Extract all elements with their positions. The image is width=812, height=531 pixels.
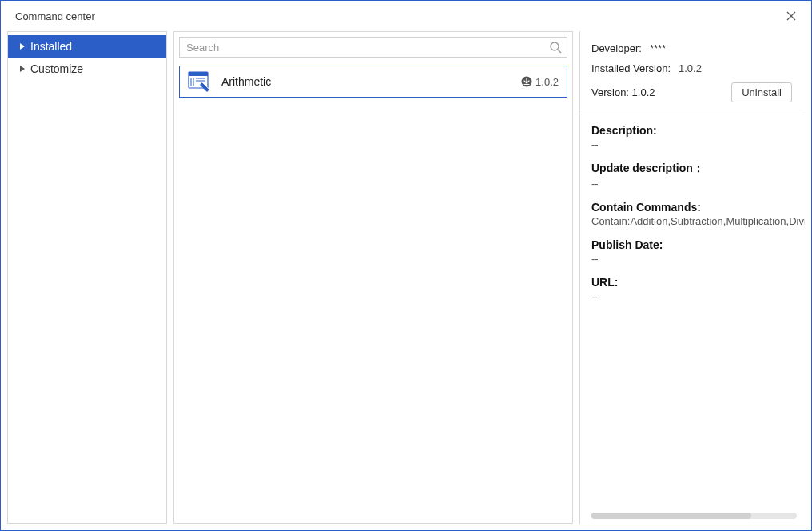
command-icon bbox=[188, 71, 210, 92]
search-box[interactable] bbox=[179, 37, 567, 58]
update-description-body: -- bbox=[591, 178, 805, 190]
titlebar: Command center bbox=[1, 1, 811, 31]
url-section: URL: -- bbox=[591, 276, 805, 302]
version-row: Version: 1.0.2 Uninstall bbox=[591, 82, 805, 102]
developer-row: Developer: **** bbox=[591, 42, 805, 54]
command-version: 1.0.2 bbox=[521, 76, 559, 88]
sidebar-item-label: Customize bbox=[30, 62, 83, 75]
url-body: -- bbox=[591, 290, 805, 302]
command-center-window: Command center Installed Customize bbox=[0, 0, 812, 531]
publish-date-body: -- bbox=[591, 253, 805, 265]
divider bbox=[580, 114, 805, 114]
description-section: Description: -- bbox=[591, 124, 805, 150]
installed-version-value: 1.0.2 bbox=[679, 62, 702, 74]
sidebar: Installed Customize bbox=[7, 31, 167, 524]
publish-date-section: Publish Date: -- bbox=[591, 238, 805, 265]
download-icon bbox=[521, 76, 532, 87]
update-description-heading: Update description： bbox=[591, 162, 805, 176]
contain-commands-section: Contain Commands: Contain:Addition,Subtr… bbox=[591, 201, 805, 227]
installed-version-label: Installed Version: bbox=[591, 62, 671, 74]
contain-commands-body: Contain:Addition,Subtraction,Multiplicat… bbox=[591, 215, 805, 227]
contain-commands-heading: Contain Commands: bbox=[591, 201, 805, 214]
uninstall-button[interactable]: Uninstall bbox=[731, 82, 792, 102]
description-body: -- bbox=[591, 138, 805, 150]
description-heading: Description: bbox=[591, 124, 805, 137]
svg-point-0 bbox=[551, 42, 559, 50]
center-panel: Arithmetic 1.0.2 bbox=[173, 31, 573, 524]
svg-line-1 bbox=[558, 50, 561, 53]
meta-rows: Developer: **** Installed Version: 1.0.2… bbox=[591, 42, 805, 102]
chevron-right-icon bbox=[19, 43, 26, 50]
chevron-right-icon bbox=[19, 66, 26, 72]
svg-rect-3 bbox=[189, 72, 208, 76]
command-row-arithmetic[interactable]: Arithmetic 1.0.2 bbox=[179, 66, 567, 98]
url-heading: URL: bbox=[591, 276, 805, 289]
command-list: Arithmetic 1.0.2 bbox=[179, 66, 567, 518]
developer-value: **** bbox=[650, 42, 666, 54]
details-panel: Developer: **** Installed Version: 1.0.2… bbox=[579, 31, 805, 524]
version-label: Version: 1.0.2 bbox=[591, 86, 655, 98]
command-version-text: 1.0.2 bbox=[535, 76, 559, 88]
installed-version-row: Installed Version: 1.0.2 bbox=[591, 62, 805, 74]
developer-label: Developer: bbox=[591, 42, 642, 54]
sections: Description: -- Update description： -- C… bbox=[591, 124, 805, 302]
publish-date-heading: Publish Date: bbox=[591, 238, 805, 251]
sidebar-item-installed[interactable]: Installed bbox=[8, 35, 166, 58]
horizontal-scrollbar-thumb[interactable] bbox=[591, 513, 751, 519]
search-input[interactable] bbox=[186, 42, 549, 54]
command-name: Arithmetic bbox=[221, 75, 510, 88]
content-area: Installed Customize bbox=[1, 31, 811, 530]
sidebar-item-customize[interactable]: Customize bbox=[8, 58, 166, 80]
update-description-section: Update description： -- bbox=[591, 162, 805, 190]
search-icon bbox=[549, 41, 562, 54]
window-title: Command center bbox=[15, 10, 95, 22]
close-icon[interactable] bbox=[782, 7, 800, 25]
sidebar-item-label: Installed bbox=[30, 40, 72, 53]
